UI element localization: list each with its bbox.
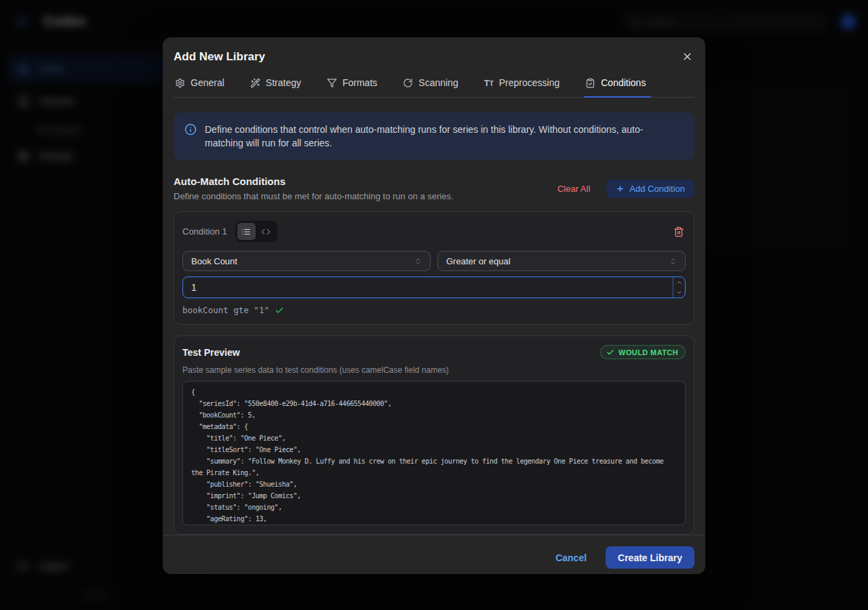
would-match-label: WOULD MATCH [618,348,678,357]
add-condition-button[interactable]: Add Condition [606,180,694,198]
create-library-button[interactable]: Create Library [606,546,694,569]
plus-icon [616,184,625,193]
modal-footer: Cancel Create Library [163,535,705,580]
trash-icon [673,226,684,237]
modal-title: Add New Library [174,50,265,64]
info-banner-text: Define conditions that control when auto… [205,123,673,150]
would-match-badge: WOULD MATCH [600,345,686,359]
tab-preprocessing[interactable]: TT Preprocessing [483,76,561,97]
test-preview-card: Test Preview WOULD MATCH Paste sample se… [174,336,694,535]
field-select[interactable]: Book Count [182,251,431,271]
sample-data-textarea[interactable]: { "seriesId": "550e8400-e29b-41d4-a716-4… [182,381,686,525]
list-icon [241,227,251,237]
tab-label: Scanning [418,77,458,88]
screen: Codex Home Libraries [0,0,868,610]
tab-label: General [191,77,224,88]
condition-label: Condition 1 [182,226,227,237]
chevrons-updown-icon [414,258,422,265]
conditions-tab-panel: Define conditions that control when auto… [163,98,705,535]
tab-strategy[interactable]: Strategy [249,76,302,97]
info-banner: Define conditions that control when auto… [174,113,694,160]
check-icon [606,348,614,357]
check-icon [275,306,284,315]
code-mode-button[interactable] [257,223,275,240]
clipboard-check-icon [585,78,595,88]
section-title: Auto-Match Conditions [174,176,557,187]
modal-header: Add New Library [163,37,705,73]
filter-icon [327,78,337,88]
tab-general[interactable]: General [174,76,226,97]
tab-formats[interactable]: Formats [326,76,378,97]
wand-icon [250,78,260,88]
condition-value-input[interactable] [182,277,686,298]
test-preview-title: Test Preview [182,347,240,358]
condition-mode-toggle [235,221,277,242]
chevrons-updown-icon [669,258,677,265]
code-icon [261,227,271,237]
visual-mode-button[interactable] [237,223,256,240]
decrement-button[interactable] [673,287,685,298]
section-subtitle: Define conditions that must be met for a… [174,191,557,201]
operator-select-value: Greater or equal [446,256,669,266]
add-condition-label: Add Condition [629,184,685,194]
tab-label: Strategy [266,77,301,88]
close-icon[interactable] [680,49,694,64]
modal-tabs: General Strategy Formats Scanning [174,76,694,98]
tab-label: Formats [342,77,377,88]
conditions-section-header: Auto-Match Conditions Define conditions … [174,176,694,201]
cancel-button[interactable]: Cancel [555,552,587,563]
tab-scanning[interactable]: Scanning [401,76,459,97]
operator-select[interactable]: Greater or equal [437,251,686,271]
number-spinners [673,277,685,298]
clear-all-button[interactable]: Clear All [557,184,590,194]
gear-icon [175,78,185,88]
add-library-modal: Add New Library General Strategy [163,37,705,574]
field-select-value: Book Count [191,256,414,266]
expression-preview: bookCount gte "1" [182,305,686,315]
info-icon [184,123,197,150]
refresh-icon [403,78,413,88]
condition-card: Condition 1 [174,211,694,325]
tab-label: Conditions [601,77,646,88]
text-case-icon: TT [484,79,494,87]
delete-condition-button[interactable] [672,225,686,239]
tab-label: Preprocessing [499,77,560,88]
tab-conditions[interactable]: Conditions [584,76,647,97]
increment-button[interactable] [673,277,685,287]
test-preview-subtitle: Paste sample series data to test conditi… [182,365,686,375]
expression-text: bookCount gte "1" [182,305,269,315]
